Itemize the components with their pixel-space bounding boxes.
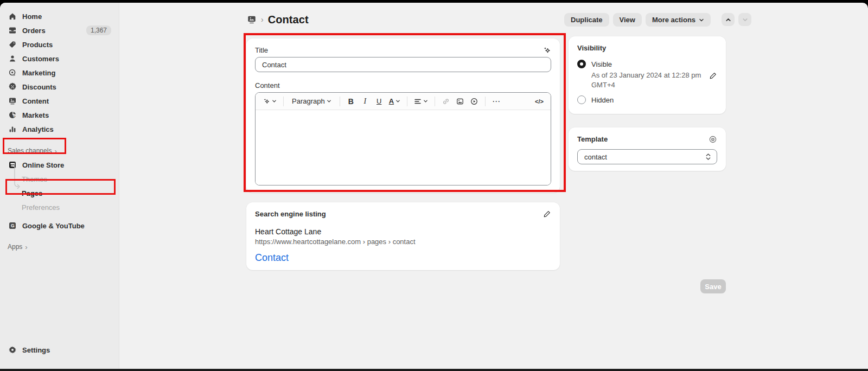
- sidebar-item-markets[interactable]: $ Markets: [0, 108, 119, 122]
- sidebar-item-settings[interactable]: Settings: [0, 343, 119, 357]
- search-engine-listing-card: Search engine listing Heart Cottage Lane…: [246, 202, 560, 270]
- page-type-icon[interactable]: [247, 15, 257, 24]
- view-button[interactable]: View: [613, 13, 642, 27]
- visible-radio-row[interactable]: Visible: [577, 60, 717, 68]
- align-left-icon: [414, 98, 422, 105]
- chevron-down-icon: [699, 17, 704, 23]
- toolbar-divider: [435, 97, 435, 106]
- content-editor: Paragraph B I U A: [255, 92, 551, 186]
- link-button[interactable]: [440, 95, 452, 108]
- home-icon: [8, 12, 17, 21]
- chevron-right-icon: ›: [261, 15, 264, 24]
- breadcrumb: › Contact: [247, 12, 309, 27]
- chevron-down-icon: [395, 99, 400, 104]
- discounts-icon: [8, 82, 17, 92]
- marketing-icon: [8, 68, 17, 78]
- toolbar-divider: [340, 97, 340, 106]
- radio-unselected-icon[interactable]: [577, 95, 586, 104]
- visible-since-note: As of 23 January 2024 at 12:28 pm GMT+4: [591, 71, 701, 90]
- chevron-down-icon: [272, 99, 277, 104]
- seo-url: https://www.heartcottagelane.com › pages…: [255, 238, 551, 246]
- more-options-button[interactable]: ⋯: [490, 95, 502, 108]
- chevron-down-icon: [423, 99, 428, 104]
- sidebar-item-discounts[interactable]: Discounts: [0, 80, 119, 94]
- text-color-button[interactable]: A: [387, 95, 402, 108]
- analytics-icon: [8, 125, 17, 134]
- chevron-right-icon: ›: [25, 243, 27, 251]
- markets-icon: $: [8, 111, 17, 120]
- sidebar-item-orders[interactable]: Orders 1,367: [0, 23, 119, 37]
- content-icon: [8, 97, 17, 106]
- title-content-card: Title Content Paragraph B I U: [246, 39, 560, 193]
- sidebar-item-marketing[interactable]: Marketing: [0, 66, 119, 80]
- apps-header[interactable]: Apps ›: [0, 240, 119, 254]
- hidden-radio-row[interactable]: Hidden: [577, 95, 717, 104]
- customers-icon: [8, 54, 17, 63]
- visibility-heading: Visibility: [577, 44, 717, 52]
- google-youtube-icon: G: [8, 221, 17, 231]
- previous-page-button[interactable]: [722, 13, 735, 26]
- edit-visibility-pencil-icon[interactable]: [709, 72, 717, 80]
- app-frame: Home Orders 1,367 Products Customers: [0, 3, 868, 369]
- title-field-label: Title: [255, 46, 268, 54]
- sidebar-item-home[interactable]: Home: [0, 9, 119, 23]
- sidebar-item-pages[interactable]: Pages: [0, 186, 119, 200]
- sidebar-item-analytics[interactable]: Analytics: [0, 122, 119, 136]
- seo-site-name: Heart Cottage Lane: [255, 227, 551, 236]
- next-page-button[interactable]: [738, 13, 751, 26]
- video-play-icon: [470, 98, 478, 105]
- duplicate-button[interactable]: Duplicate: [564, 13, 609, 27]
- ai-sparkle-icon[interactable]: [542, 46, 551, 55]
- template-card: Template contact: [569, 127, 726, 171]
- code-view-button[interactable]: </>: [533, 95, 545, 108]
- content-field-label: Content: [255, 81, 551, 89]
- online-store-icon: [8, 161, 17, 170]
- image-icon: [456, 98, 464, 105]
- bold-button[interactable]: B: [345, 95, 357, 108]
- link-icon: [442, 98, 450, 105]
- toolbar-divider: [485, 97, 486, 106]
- template-heading: Template: [577, 135, 608, 143]
- title-input[interactable]: [255, 57, 551, 72]
- svg-text:G: G: [11, 223, 15, 228]
- ai-assist-button[interactable]: [261, 95, 278, 108]
- select-updown-icon: [705, 153, 711, 161]
- sidebar-item-content[interactable]: Content: [0, 94, 119, 108]
- seo-page-link[interactable]: Contact: [255, 252, 551, 264]
- sidebar-item-online-store[interactable]: Online Store: [0, 158, 119, 172]
- sidebar-item-products[interactable]: Products: [0, 37, 119, 52]
- chevron-right-icon: ›: [54, 147, 56, 155]
- chevron-up-icon: [725, 17, 731, 23]
- more-actions-button[interactable]: More actions: [646, 13, 711, 27]
- chevron-down-icon: [742, 17, 748, 23]
- sidebar-item-customers[interactable]: Customers: [0, 52, 119, 66]
- template-select[interactable]: contact: [577, 149, 717, 164]
- sidebar-item-preferences[interactable]: Preferences: [0, 200, 119, 214]
- eye-icon[interactable]: [709, 135, 717, 144]
- underline-button[interactable]: U: [373, 95, 385, 108]
- italic-button[interactable]: I: [359, 95, 371, 108]
- sparkle-icon: [263, 98, 270, 105]
- paragraph-style-dropdown[interactable]: Paragraph: [289, 95, 335, 108]
- editor-toolbar: Paragraph B I U A: [256, 93, 551, 110]
- chevron-down-icon: [327, 99, 331, 104]
- insert-video-button[interactable]: [468, 95, 480, 108]
- insert-image-button[interactable]: [454, 95, 466, 108]
- visibility-card: Visibility Visible As of 23 January 2024…: [569, 36, 726, 114]
- orders-count-badge: 1,367: [86, 25, 111, 35]
- edit-pencil-icon[interactable]: [543, 210, 551, 218]
- sidebar: Home Orders 1,367 Products Customers: [0, 3, 119, 369]
- orders-icon: [8, 26, 17, 35]
- sidebar-item-google-youtube[interactable]: G Google & YouTube: [0, 219, 119, 233]
- sidebar-item-themes[interactable]: Themes: [0, 172, 119, 186]
- save-button[interactable]: Save: [700, 279, 726, 293]
- editor-content-area[interactable]: [256, 110, 551, 185]
- products-icon: [8, 40, 17, 49]
- sales-channels-header[interactable]: Sales channels ›: [0, 144, 119, 158]
- seo-heading: Search engine listing: [255, 210, 326, 218]
- alignment-button[interactable]: [412, 95, 430, 108]
- bottom-edge-bar: [0, 369, 868, 371]
- radio-selected-icon[interactable]: [577, 60, 586, 68]
- toolbar-divider: [407, 97, 407, 106]
- header-actions: Duplicate View More actions: [564, 13, 751, 27]
